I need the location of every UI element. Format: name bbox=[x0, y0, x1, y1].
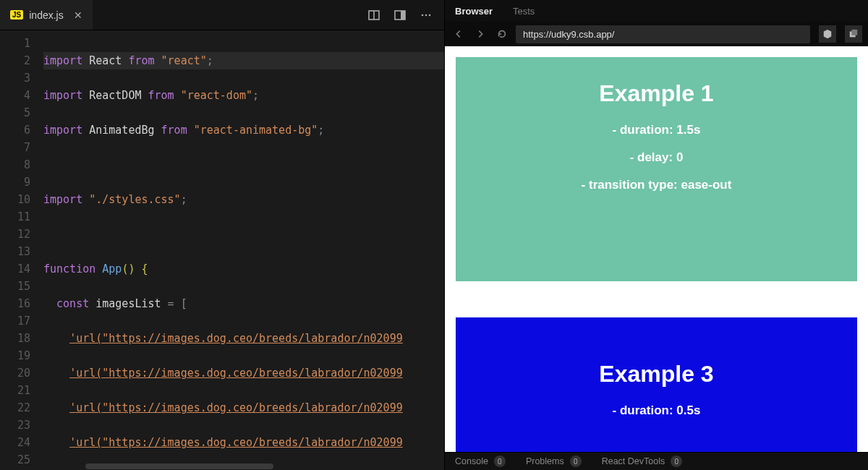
svg-rect-3 bbox=[401, 11, 405, 20]
editor-tab-filename: index.js bbox=[29, 9, 63, 21]
editor-tab-indexjs[interactable]: JS index.js ✕ bbox=[0, 0, 93, 30]
horizontal-scrollbar[interactable] bbox=[78, 463, 444, 470]
react-count-badge: 0 bbox=[671, 456, 682, 467]
reload-icon[interactable] bbox=[494, 26, 510, 42]
svg-rect-8 bbox=[851, 30, 857, 35]
js-lang-badge: JS bbox=[10, 10, 23, 20]
example-card-3: Example 3 - duration: 0.5s bbox=[456, 317, 857, 452]
card1-transition: - transition type: ease-out bbox=[470, 178, 843, 192]
close-tab-icon[interactable]: ✕ bbox=[74, 9, 82, 21]
url-input[interactable] bbox=[516, 25, 810, 43]
editor-tabbar: JS index.js ✕ bbox=[0, 0, 444, 30]
codesandbox-icon[interactable] bbox=[819, 25, 836, 43]
more-actions-icon[interactable] bbox=[417, 6, 435, 25]
open-external-icon[interactable] bbox=[845, 25, 862, 43]
code-area[interactable]: 1 2 3 4 5 6 7 8 9 10 11 12 13 14 15 16 1… bbox=[0, 30, 444, 470]
card3-duration: - duration: 0.5s bbox=[470, 403, 843, 418]
example-card-1: Example 1 - duration: 1.5s - delay: 0 - … bbox=[456, 57, 857, 281]
line-number-gutter: 1 2 3 4 5 6 7 8 9 10 11 12 13 14 15 16 1… bbox=[0, 30, 39, 470]
browser-address-bar bbox=[445, 22, 868, 46]
card1-duration: - duration: 1.5s bbox=[470, 123, 843, 137]
preview-viewport[interactable]: Example 1 - duration: 1.5s - delay: 0 - … bbox=[445, 46, 868, 452]
devtools-bar: Console 0 Problems 0 React DevTools 0 bbox=[445, 452, 868, 470]
svg-point-5 bbox=[425, 14, 427, 16]
devtools-problems[interactable]: Problems 0 bbox=[526, 456, 582, 467]
code-content[interactable]: import React from "react"; import ReactD… bbox=[39, 30, 444, 470]
svg-point-4 bbox=[422, 14, 424, 16]
problems-count-badge: 0 bbox=[570, 456, 582, 467]
tab-browser[interactable]: Browser bbox=[455, 6, 493, 17]
devtools-react[interactable]: React DevTools 0 bbox=[602, 456, 683, 467]
code-editor-pane: JS index.js ✕ 1 2 3 4 5 6 7 8 9 bbox=[0, 0, 444, 470]
console-count-badge: 0 bbox=[494, 456, 506, 467]
nav-back-icon[interactable] bbox=[451, 26, 467, 42]
nav-forward-icon[interactable] bbox=[472, 26, 488, 42]
scrollbar-thumb[interactable] bbox=[85, 463, 273, 469]
preview-tabs: Browser Tests bbox=[445, 0, 868, 22]
preview-pane: Browser Tests Example 1 - duration: 1.5s… bbox=[444, 0, 868, 470]
card1-delay: - delay: 0 bbox=[470, 150, 843, 165]
card1-title: Example 1 bbox=[470, 80, 843, 107]
tab-tests[interactable]: Tests bbox=[513, 6, 535, 17]
svg-point-6 bbox=[429, 14, 431, 16]
card3-title: Example 3 bbox=[470, 361, 843, 388]
devtools-console[interactable]: Console 0 bbox=[455, 456, 506, 467]
preview-panel-icon[interactable] bbox=[391, 6, 409, 25]
split-editor-icon[interactable] bbox=[365, 6, 383, 25]
